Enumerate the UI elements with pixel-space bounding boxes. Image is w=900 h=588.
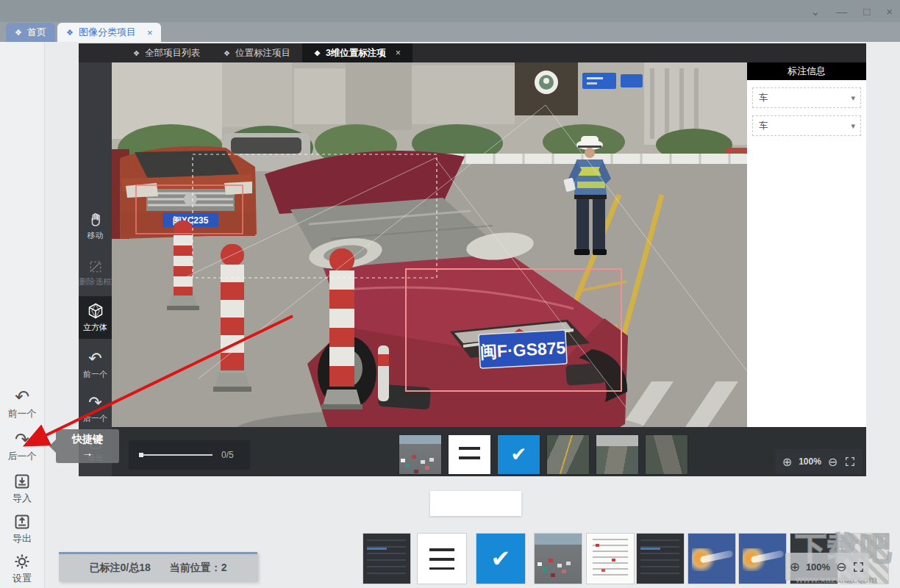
tab-project-label: 图像分类项目 — [79, 26, 136, 39]
status-bar: 已标注0/总18 当前位置：2 — [59, 552, 257, 581]
bollard-small — [378, 345, 389, 401]
left-sidebar: ↶ 前一个 ↷ 后一个 导入 导出 设置 — [0, 42, 45, 588]
title-bar: ⌄ — □ × — [0, 0, 900, 22]
tool-cube[interactable]: 立方体 — [79, 296, 112, 339]
label-select-2[interactable]: 车 ▾ — [752, 115, 861, 136]
zoom-level: 100% — [806, 562, 830, 573]
window-minimize-icon[interactable]: — — [836, 6, 847, 17]
thumbnail-flame[interactable] — [739, 534, 786, 584]
zoom-in-icon[interactable]: ⊕ — [782, 455, 792, 469]
tool-rail: 移动 删除选框 立方体 ↶ 前一个 ↷ 后一个 导出 — [79, 62, 112, 476]
overlay-zoom-controls: ⊕ 100% ⊖ — [785, 553, 869, 581]
sidebar-item-next[interactable]: ↷ 后一个 — [0, 431, 44, 463]
check-icon: ✔ — [511, 443, 527, 466]
tab-3d-position-annotation[interactable]: ❖ 3维位置标注项 × — [302, 43, 413, 62]
zoom-level: 100% — [799, 456, 821, 467]
fit-screen-icon[interactable] — [852, 561, 865, 573]
annotated-count: 已标注0/总18 — [89, 562, 150, 575]
undo-arrow-icon: ↶ — [0, 388, 44, 406]
redo-arrow-icon: ↷ — [79, 395, 112, 411]
zoom-in-icon[interactable]: ⊕ — [790, 559, 800, 575]
export-icon — [13, 513, 31, 531]
tab-home-label: 首页 — [27, 26, 46, 39]
thumbnail-menu[interactable] — [449, 435, 490, 474]
progress-slider[interactable] — [139, 454, 213, 456]
sidebar-item-import[interactable]: 导入 — [0, 473, 44, 505]
thumbnail-app-dark[interactable] — [637, 534, 684, 584]
thumbnail-selected[interactable]: ✔ — [476, 534, 525, 584]
road-sign — [582, 73, 616, 89]
import-icon — [13, 473, 31, 490]
redo-arrow-icon: ↷ — [0, 431, 44, 448]
thumbnail-traffic[interactable] — [399, 435, 441, 474]
window-chevron-icon[interactable]: ⌄ — [811, 6, 821, 17]
tooltip-shortcut-key: → — [56, 446, 119, 459]
annotation-info-panel: 标注信息 车 ▾ 车 ▾ — [747, 62, 866, 427]
tool-previous[interactable]: ↶ 前一个 — [79, 351, 112, 380]
tool-move[interactable]: 移动 — [79, 212, 112, 241]
delete-selection-icon — [88, 259, 103, 274]
thumbnail-road[interactable] — [646, 435, 688, 474]
diamond-icon: ❖ — [66, 28, 74, 37]
thumbnail-flame[interactable] — [688, 534, 735, 584]
tool-next[interactable]: ↷ 后一个 — [79, 395, 112, 424]
zoom-out-icon[interactable]: ⊖ — [836, 559, 846, 575]
app-tab-strip: ❖ 首页 ❖ 图像分类项目 × — [0, 22, 900, 42]
diamond-icon: ❖ — [314, 49, 321, 57]
gear-icon — [13, 553, 31, 570]
tab-close-icon[interactable]: × — [396, 48, 401, 58]
hand-icon — [88, 212, 104, 228]
sidebar-item-previous[interactable]: ↶ 前一个 — [0, 388, 44, 420]
thumbnail-document[interactable] — [587, 534, 634, 584]
empty-input-box[interactable] — [430, 491, 521, 516]
bbox-main-car[interactable] — [406, 269, 621, 391]
tab-position-annotation[interactable]: ❖ 位置标注项目 — [212, 43, 302, 62]
panel-title: 标注信息 — [747, 62, 866, 80]
annotation-canvas: ❖ 全部项目列表 ❖ 位置标注项目 ❖ 3维位置标注项 × 移动 删除选框 — [79, 43, 866, 476]
zoom-out-icon[interactable]: ⊖ — [828, 455, 838, 469]
thumbnail-traffic[interactable] — [535, 534, 582, 584]
diamond-icon: ❖ — [133, 49, 140, 57]
current-position: 当前位置：2 — [170, 562, 227, 575]
window-close-icon[interactable]: × — [886, 6, 893, 17]
thumbnail-menu[interactable] — [418, 534, 466, 584]
thumbnail-app-dark[interactable] — [363, 534, 410, 584]
tab-all-projects[interactable]: ❖ 全部项目列表 — [121, 43, 212, 62]
sidebar-item-export[interactable]: 导出 — [0, 513, 44, 545]
canvas-zoom-controls: ⊕ 100% ⊖ — [776, 449, 863, 474]
tooltip-title: 快捷键 — [56, 433, 119, 446]
thumbnail-road[interactable] — [596, 435, 638, 474]
progress-label: 0/5 — [221, 450, 234, 460]
cube-icon — [87, 302, 104, 320]
shortcut-tooltip: 快捷键 → — [56, 429, 119, 463]
app-window: ⌄ — □ × ❖ 首页 ❖ 图像分类项目 × ↶ 前一个 ↷ 后一个 导入 — [0, 0, 900, 588]
tab-home[interactable]: ❖ 首页 — [6, 23, 55, 42]
check-icon: ✔ — [491, 545, 511, 573]
diamond-icon: ❖ — [15, 28, 22, 37]
chevron-down-icon: ▾ — [851, 93, 855, 103]
label-select-1[interactable]: 车 ▾ — [752, 87, 861, 108]
editor-tab-bar: ❖ 全部项目列表 ❖ 位置标注项目 ❖ 3维位置标注项 × — [79, 43, 866, 62]
sidebar-item-settings[interactable]: 设置 — [0, 553, 44, 585]
window-maximize-icon[interactable]: □ — [863, 6, 870, 17]
undo-arrow-icon: ↶ — [79, 351, 112, 367]
diamond-icon: ❖ — [224, 49, 230, 57]
tool-delete-box[interactable]: 删除选框 — [79, 259, 112, 287]
tab-image-classification[interactable]: ❖ 图像分类项目 × — [57, 23, 161, 42]
photo-canvas[interactable]: 闽XC235 — [112, 62, 747, 427]
fit-screen-icon[interactable] — [844, 456, 856, 467]
progress-panel: 0/5 — [129, 440, 250, 470]
thumbnail-selected[interactable]: ✔ — [498, 435, 540, 474]
chevron-down-icon: ▾ — [851, 121, 855, 131]
tab-close-icon[interactable]: × — [147, 27, 153, 38]
thumbnail-road[interactable] — [547, 435, 589, 474]
